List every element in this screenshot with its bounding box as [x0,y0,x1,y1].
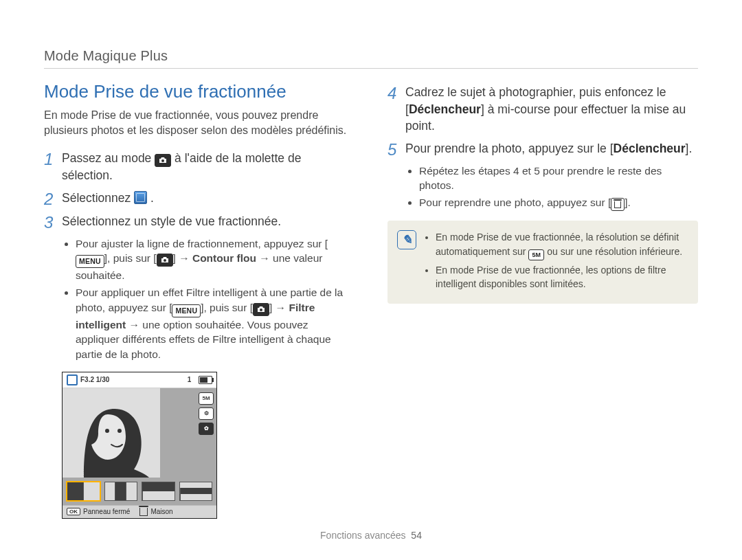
face-illustration [70,388,153,478]
bullet-item: Pour reprendre une photo, appuyez sur []… [419,195,698,212]
step-4: 4 Cadrez le sujet à photographier, puis … [387,84,698,135]
ok-key-icon: OK [67,508,80,515]
lcd-topbar: F3.2 1/30 1 [63,372,216,388]
svg-point-1 [164,259,166,262]
mode-dial-icon [155,154,171,167]
exposure-label: F3.2 1/30 [80,376,109,383]
layout-thumb [142,482,175,501]
lcd-scene: 5M ⚙ ✿ [63,388,216,478]
split-shot-mode-icon [134,191,147,204]
section-title: Mode Prise de vue fractionnée [44,81,355,102]
step-number: 2 [44,191,62,208]
bullet-text: ], puis sur [ [104,252,157,264]
step-text: . [150,191,154,205]
step-1: 1 Passez au mode à l'aide de la molette … [44,150,355,184]
step-5: 5 Pour prendre la photo, appuyez sur le … [387,140,698,158]
step-number: 1 [44,151,62,168]
resolution-badge: 5M [199,392,214,405]
mode-indicator-icon [67,374,78,385]
footer-page: 54 [411,530,422,541]
divider [44,68,698,69]
svg-point-4 [117,429,122,433]
trash-icon [139,508,148,516]
bullet-text: ], puis sur [ [201,302,253,313]
trash-button-icon [611,198,625,211]
shots-label: 1 [188,376,192,383]
step-text: ]. [686,142,693,155]
setting-badge: ⚙ [199,407,214,420]
battery-icon [199,376,212,384]
note-box: ✎ En mode Prise de vue fractionnée, la r… [387,221,698,303]
bullet-text: Pour ajuster la ligne de fractionnement,… [76,238,328,249]
camera-icon [157,254,173,267]
bullet-strong: Contour flou [192,252,256,264]
right-column: 4 Cadrez le sujet à photographier, puis … [387,81,698,519]
footer-section: Fonctions avancées [320,530,406,541]
section-intro: En mode Prise de vue fractionnée, vous p… [44,108,355,137]
bullet-item: Pour appliquer un effet Filtre intellige… [76,285,355,362]
layout-thumb [104,482,138,501]
bullet-item: Répétez les étapes 4 et 5 pour prendre l… [419,164,698,193]
left-column: Mode Prise de vue fractionnée En mode Pr… [44,81,355,519]
svg-point-0 [161,159,164,162]
bullet-item: Pour ajuster la ligne de fractionnement,… [76,236,355,283]
svg-point-3 [105,429,109,433]
menu-button-icon: MENU [76,255,104,268]
layout-thumb [179,482,213,501]
ok-label: Panneau fermé [83,508,130,515]
step-strong: Déclencheur [409,102,481,116]
layout-strip [63,478,216,505]
bullet-text: ]. [625,197,631,208]
svg-point-2 [260,309,262,311]
bullet-text: ] → [269,302,289,313]
lcd-scene-left [63,388,160,478]
note-item: En mode Prise de vue fractionnée, les op… [436,263,687,291]
step-3: 3 Sélectionnez un style de vue fractionn… [44,213,355,231]
setting-badge: ✿ [199,423,214,435]
step-text: Sélectionnez un style de vue fractionnée… [62,213,355,230]
menu-button-icon: MENU [172,304,201,317]
step-number: 3 [44,214,62,231]
layout-thumb [67,482,100,501]
step-strong: Déclencheur [614,142,686,155]
lcd-preview: F3.2 1/30 1 5M ⚙ [62,372,217,519]
step-text: Passez au mode [62,151,155,165]
step-number: 5 [387,142,405,158]
camera-icon [253,303,269,316]
page-footer: Fonctions avancées 54 [0,530,742,541]
lcd-botbar: OKPanneau fermé Maison [63,505,216,518]
note-item: En mode Prise de vue fractionnée, la rés… [436,230,687,260]
step-text: Pour prendre la photo, appuyez sur le [ [405,142,614,155]
step-2: 2 Sélectionnez . [44,190,355,208]
trash-label: Maison [150,508,172,515]
breadcrumb: Mode Magique Plus [44,48,698,64]
resolution-badge: 5M [528,249,544,260]
bullet-text: Pour reprendre une photo, appuyez sur [ [419,197,611,208]
step-number: 4 [387,85,405,102]
note-icon: ✎ [397,230,416,249]
note-text: ou sur une résolution inférieure. [544,246,682,257]
bullet-text: ] → [173,252,192,264]
step-text: Sélectionnez [62,191,134,205]
